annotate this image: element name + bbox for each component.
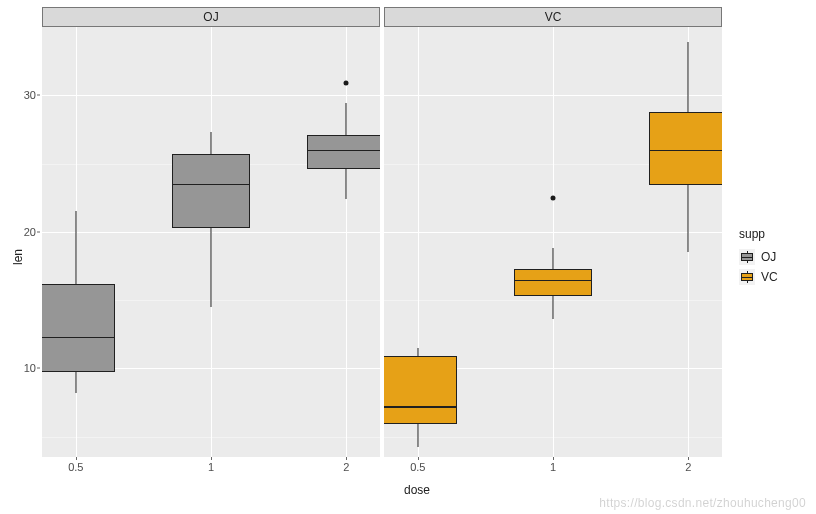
panel-oj: [42, 27, 380, 457]
y-axis: 102030: [7, 27, 42, 457]
legend-label-vc: VC: [761, 270, 778, 284]
box: [384, 27, 457, 457]
chart-stage: len 102030 OJ 0.512 VC 0.512 dose supp O…: [7, 7, 809, 507]
facet-oj: OJ 0.512: [42, 7, 380, 479]
x-axis-label: dose: [77, 483, 757, 497]
legend-key-oj: [739, 249, 755, 265]
outlier-point: [551, 195, 556, 200]
box: [649, 27, 722, 457]
legend-item-oj: OJ: [739, 247, 809, 267]
x-ticks-vc: 0.512: [384, 457, 722, 479]
x-tick-label: 2: [343, 461, 349, 473]
facet-strip-vc: VC: [384, 7, 722, 27]
legend: supp OJ VC: [739, 227, 809, 287]
box: [514, 27, 592, 457]
x-tick-label: 0.5: [410, 461, 425, 473]
x-ticks-oj: 0.512: [42, 457, 380, 479]
legend-item-vc: VC: [739, 267, 809, 287]
legend-key-vc: [739, 269, 755, 285]
facet-strip-oj: OJ: [42, 7, 380, 27]
x-tick-label: 0.5: [68, 461, 83, 473]
legend-title: supp: [739, 227, 809, 241]
panel-vc: [384, 27, 722, 457]
x-tick-label: 2: [685, 461, 691, 473]
x-tick-label: 1: [550, 461, 556, 473]
plot-area: OJ 0.512 VC 0.512 dose: [42, 7, 722, 479]
box: [307, 27, 380, 457]
box: [172, 27, 250, 457]
y-tick-label: 10: [24, 362, 36, 374]
y-tick-label: 30: [24, 89, 36, 101]
outlier-point: [344, 80, 349, 85]
x-tick-label: 1: [208, 461, 214, 473]
facet-vc: VC 0.512: [384, 7, 722, 479]
box: [42, 27, 115, 457]
y-tick-label: 20: [24, 226, 36, 238]
legend-label-oj: OJ: [761, 250, 776, 264]
